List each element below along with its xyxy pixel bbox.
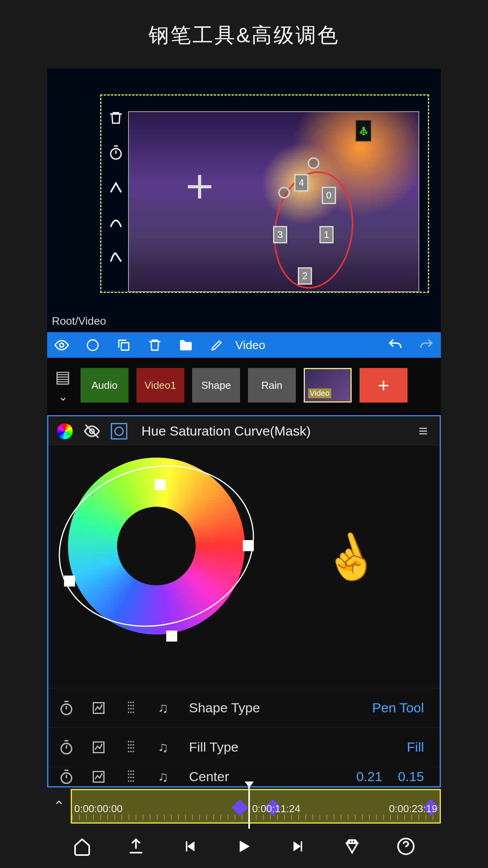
timeline-current-time: 0:00:11:24 [252,803,301,815]
edit-icon[interactable] [208,337,226,354]
copy-icon[interactable] [115,337,132,354]
timeline-end-time: 0:00:23:19 [389,803,437,815]
curve-control-point[interactable] [154,479,165,490]
timeline-track[interactable]: 0:00:00:00 0:00:11:24 0:00:23:19 [71,789,441,824]
pointer-hand-icon: ☝ [316,524,384,590]
menu-icon[interactable]: ≡ [415,423,432,440]
pen-anchor-3[interactable]: 3 [273,226,287,243]
undo-icon[interactable] [387,337,404,354]
layer-video1[interactable]: Video1 [136,368,184,403]
keyframe-marker[interactable] [231,799,248,815]
pen-anchor-2[interactable]: 2 [298,267,312,285]
hue-saturation-wheel[interactable] [68,458,245,634]
layer-shape[interactable]: Shape [192,368,240,403]
layer-thumb-label: Video [308,388,331,398]
layer-strip: ▤ ⌄ Audio Video1 Shape Rain Video + [47,358,441,413]
param-row-center: ⦙⦙⦙ ♫ Center 0.21 0.15 [48,767,440,786]
video-preview[interactable]: 0 1 2 3 4 [128,111,419,292]
trash-icon[interactable] [146,337,163,354]
layer-toolbar: Video [47,332,441,358]
param-row-shape-type: ⦙⦙⦙ ♫ Shape Type Pen Tool [48,688,440,727]
color-wheel-icon[interactable] [56,423,73,440]
bezier-handle-node[interactable] [278,187,290,199]
music-icon[interactable]: ♫ [153,698,173,718]
list-icon: ▤ [55,367,71,386]
help-icon[interactable] [394,835,418,858]
param-value-x[interactable]: 0.21 [356,769,382,784]
visibility-icon[interactable] [53,337,70,354]
circle-icon[interactable] [84,337,101,354]
target-icon[interactable] [110,423,128,440]
stopwatch-icon[interactable] [56,737,77,758]
wiggle-icon[interactable]: ⦙⦙⦙ [121,698,141,718]
trash-icon[interactable] [106,108,126,128]
step-forward-icon[interactable] [286,835,310,858]
preview-tool-column [106,108,126,266]
param-value[interactable]: Fill [407,739,424,755]
diamond-icon[interactable] [340,835,364,858]
timeline-start-time: 0:00:00:00 [74,803,123,815]
param-value-y[interactable]: 0.15 [398,769,424,784]
wiggle-icon[interactable]: ⦙⦙⦙ [121,737,141,758]
editor-area: 0 1 2 3 4 Root/Video Video [47,69,441,787]
parameter-list: ⦙⦙⦙ ♫ Shape Type Pen Tool ⦙⦙⦙ ♫ Fill Typ… [48,688,440,786]
bezier-handle-node[interactable] [308,157,319,169]
param-label: Center [189,769,345,784]
page-title: 钢笔工具&高级调色 [0,0,488,69]
param-label: Shape Type [189,700,360,715]
home-icon[interactable] [70,835,94,858]
curve-control-point[interactable] [243,540,254,551]
export-icon[interactable] [124,835,148,858]
layer-video-selected[interactable]: Video [304,368,352,403]
chevron-down-icon: ⌄ [58,390,68,403]
music-icon[interactable]: ♫ [153,737,173,758]
step-back-icon[interactable] [178,835,202,858]
stopwatch-icon[interactable] [106,143,126,162]
pen-curve-icon[interactable] [106,212,126,232]
scene-traffic-light [356,120,371,142]
param-value[interactable]: Pen Tool [372,700,424,715]
graph-icon[interactable] [88,698,109,718]
timeline-expand-icon[interactable]: ⌃ [47,798,71,815]
pen-line-icon[interactable] [106,177,126,197]
pen-anchor-1[interactable]: 1 [319,226,334,243]
pen-anchor-4[interactable]: 4 [294,174,308,191]
music-icon[interactable]: ♫ [153,767,173,786]
wiggle-icon[interactable]: ⦙⦙⦙ [121,767,141,786]
folder-icon[interactable] [177,337,194,354]
toolbar-layer-name: Video [235,338,265,352]
curve-panel: Hue Saturation Curve(Mask) ≡ ☝ [47,415,441,787]
play-icon[interactable] [232,835,256,858]
svg-point-1 [60,343,64,347]
preview-scene [129,112,418,291]
curve-panel-title: Hue Saturation Curve(Mask) [141,423,311,439]
layer-audio[interactable]: Audio [81,368,128,403]
svg-rect-3 [121,342,129,350]
graph-icon[interactable] [88,737,109,758]
svg-point-2 [88,340,98,350]
preview-viewport[interactable]: 0 1 2 3 4 Root/Video [47,69,441,332]
hue-center [117,507,196,585]
stopwatch-icon[interactable] [56,767,77,786]
redo-icon[interactable] [418,337,435,354]
playhead[interactable] [248,786,250,829]
param-label: Fill Type [189,739,395,755]
pen-mixed-icon[interactable] [106,246,126,266]
param-row-fill-type: ⦙⦙⦙ ♫ Fill Type Fill [48,727,440,767]
add-layer-button[interactable]: + [360,368,407,403]
timeline: ⌃ 0:00:00:00 0:00:11:24 0:00:23:19 [47,787,441,825]
curve-editor[interactable]: ☝ [48,446,440,688]
timeline-ticks [72,815,440,820]
curve-control-point[interactable] [166,631,177,642]
graph-icon[interactable] [88,767,109,786]
layer-menu-toggle[interactable]: ▤ ⌄ [53,367,73,403]
crosshair-icon[interactable] [184,171,215,202]
bottom-nav [0,825,488,868]
layer-rain[interactable]: Rain [248,368,296,403]
pen-anchor-0[interactable]: 0 [322,187,336,204]
breadcrumb-path: Root/Video [52,315,106,327]
visibility-off-icon[interactable] [83,423,101,440]
curve-panel-header: Hue Saturation Curve(Mask) ≡ [48,416,440,446]
curve-control-point[interactable] [64,576,75,587]
stopwatch-icon[interactable] [56,698,77,718]
